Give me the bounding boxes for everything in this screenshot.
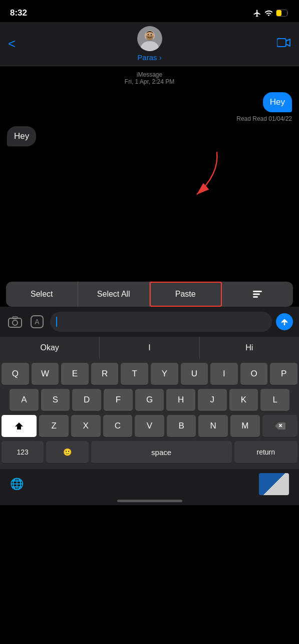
key-n[interactable]: N [198, 415, 228, 437]
key-s[interactable]: S [41, 389, 70, 411]
key-b[interactable]: B [167, 415, 196, 437]
globe-icon[interactable]: 🌐 [10, 478, 24, 491]
status-bar: 8:32 [0, 0, 299, 22]
shift-icon [15, 421, 24, 431]
watermark [259, 473, 289, 495]
app-store-icon[interactable]: A [28, 313, 46, 331]
keyboard-row-2: A S D F G H J K L [2, 389, 297, 411]
key-r[interactable]: R [91, 363, 119, 385]
status-time: 8:32 [10, 8, 27, 18]
key-h[interactable]: H [166, 389, 195, 411]
key-shift[interactable] [2, 415, 37, 437]
keyboard-row-4: 123 🙂 space return [2, 441, 297, 463]
contact-header[interactable]: Paras › [137, 26, 162, 62]
key-i[interactable]: I [210, 363, 238, 385]
key-q[interactable]: Q [2, 363, 29, 385]
battery-icon [276, 10, 289, 17]
format-icon [252, 290, 263, 299]
key-l[interactable]: L [260, 389, 289, 411]
context-menu-paste[interactable]: Paste [150, 282, 222, 307]
key-c[interactable]: C [103, 415, 133, 437]
home-indicator [117, 500, 182, 502]
nav-bar: < Paras › [0, 22, 299, 66]
send-icon [280, 318, 288, 326]
status-icons [253, 9, 289, 18]
input-row: A [0, 307, 299, 337]
key-a[interactable]: A [10, 389, 39, 411]
key-backspace[interactable] [262, 415, 297, 437]
svg-point-6 [147, 34, 149, 35]
context-menu-select-all[interactable]: Select All [78, 282, 150, 307]
contact-name[interactable]: Paras › [137, 53, 161, 62]
avatar [137, 26, 162, 51]
context-menu-extra[interactable] [222, 282, 293, 307]
autocomplete-hi[interactable]: Hi [200, 337, 299, 359]
svg-rect-10 [253, 291, 262, 292]
autocomplete-i[interactable]: I [100, 337, 199, 359]
svg-rect-13 [9, 318, 22, 327]
read-receipt: Read Read 01/04/22 [7, 115, 292, 122]
keyboard: Q W E R T Y U I O P A S D F G H J K L Z … [0, 359, 299, 469]
autocomplete-bar: Okay I Hi [0, 337, 299, 359]
key-emoji[interactable]: 🙂 [46, 441, 88, 463]
key-x[interactable]: X [71, 415, 101, 437]
key-e[interactable]: E [61, 363, 89, 385]
chat-area: iMessage Fri, 1 Apr, 2:24 PM Hey Read Re… [0, 66, 299, 282]
context-menu: Select Select All Paste [6, 282, 293, 307]
keyboard-row-1: Q W E R T Y U I O P [2, 363, 297, 385]
arrow-area [7, 149, 292, 199]
key-t[interactable]: T [121, 363, 148, 385]
airplane-icon [253, 9, 261, 18]
text-cursor [56, 317, 57, 327]
video-call-button[interactable] [269, 38, 291, 51]
wifi-icon [264, 9, 273, 18]
key-o[interactable]: O [240, 363, 268, 385]
message-row-received: Hey [7, 126, 292, 146]
key-y[interactable]: Y [151, 363, 178, 385]
context-menu-select[interactable]: Select [6, 282, 78, 307]
key-p[interactable]: P [270, 363, 297, 385]
key-w[interactable]: W [32, 363, 59, 385]
camera-icon[interactable] [6, 313, 24, 331]
send-button[interactable] [276, 313, 293, 330]
key-k[interactable]: K [229, 389, 258, 411]
key-u[interactable]: U [181, 363, 208, 385]
svg-rect-1 [276, 10, 281, 16]
red-arrow [167, 149, 227, 199]
svg-point-14 [13, 320, 18, 325]
message-row-sent: Hey [7, 92, 292, 112]
key-space[interactable]: space [91, 441, 232, 463]
backspace-icon [274, 422, 285, 430]
chat-meta: iMessage Fri, 1 Apr, 2:24 PM [7, 71, 292, 85]
keyboard-row-3: Z X C V B N M [2, 415, 297, 437]
key-g[interactable]: G [135, 389, 164, 411]
key-numbers[interactable]: 123 [2, 441, 44, 463]
svg-rect-12 [253, 296, 258, 298]
svg-text:A: A [35, 318, 40, 326]
svg-point-7 [150, 34, 152, 35]
autocomplete-okay[interactable]: Okay [0, 337, 100, 359]
key-z[interactable]: Z [39, 415, 69, 437]
key-d[interactable]: D [72, 389, 101, 411]
sent-bubble: Hey [263, 92, 292, 112]
bottom-bar: 🌐 [0, 469, 299, 505]
key-f[interactable]: F [104, 389, 133, 411]
back-button[interactable]: < [8, 36, 30, 52]
svg-rect-8 [277, 39, 286, 47]
key-j[interactable]: J [198, 389, 227, 411]
key-return[interactable]: return [234, 441, 297, 463]
key-m[interactable]: M [230, 415, 260, 437]
svg-rect-11 [253, 294, 260, 295]
message-input[interactable] [50, 312, 272, 332]
key-v[interactable]: V [135, 415, 164, 437]
received-bubble: Hey [7, 126, 36, 146]
